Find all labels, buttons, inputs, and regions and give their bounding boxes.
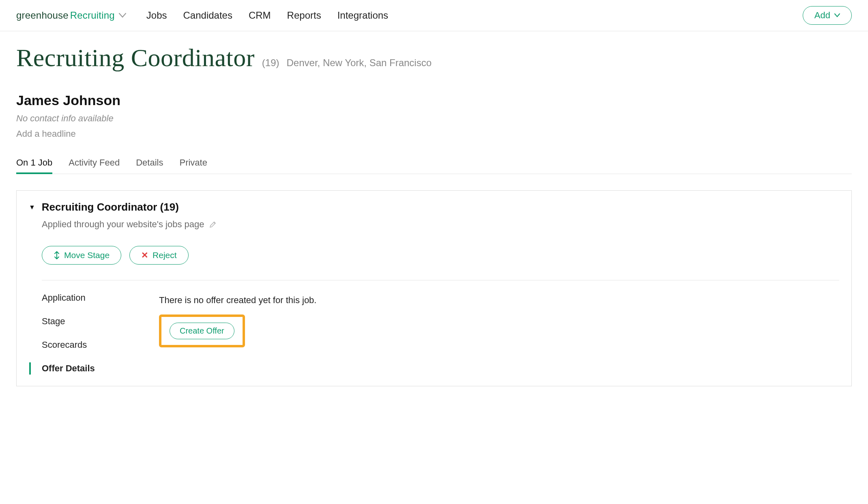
- job-panel-header[interactable]: ▼ Recruiting Coordinator (19): [29, 201, 839, 213]
- nav-items: Jobs Candidates CRM Reports Integrations: [146, 10, 388, 21]
- side-stage[interactable]: Stage: [42, 316, 118, 327]
- nav-candidates[interactable]: Candidates: [183, 10, 232, 21]
- page-count: (19): [262, 57, 279, 69]
- x-icon: ✕: [141, 250, 148, 260]
- create-offer-highlight: Create Offer: [159, 314, 245, 347]
- action-row: Move Stage ✕ Reject: [42, 246, 839, 280]
- add-label: Add: [814, 10, 830, 21]
- caret-down-icon[interactable]: ▼: [29, 204, 35, 211]
- nav-crm[interactable]: CRM: [249, 10, 271, 21]
- top-nav: greenhouse Recruiting Jobs Candidates CR…: [0, 0, 868, 31]
- brand-chevron-down-icon[interactable]: [119, 13, 126, 18]
- brand-recruiting: Recruiting: [69, 10, 115, 21]
- page-locations: Denver, New York, San Francisco: [287, 57, 432, 69]
- nav-integrations[interactable]: Integrations: [337, 10, 388, 21]
- applied-text: Applied through your website's jobs page: [42, 219, 204, 230]
- candidate-name: James Johnson: [16, 93, 852, 108]
- brand[interactable]: greenhouse Recruiting: [16, 10, 126, 21]
- tab-details[interactable]: Details: [136, 157, 163, 174]
- pencil-icon[interactable]: [209, 220, 217, 228]
- no-offer-text: There is no offer created yet for this j…: [159, 295, 839, 306]
- candidate-block: James Johnson No contact info available …: [16, 93, 852, 174]
- tab-on-job[interactable]: On 1 Job: [16, 157, 52, 174]
- candidate-tabs: On 1 Job Activity Feed Details Private: [16, 157, 852, 174]
- nav-reports[interactable]: Reports: [287, 10, 321, 21]
- chevron-down-icon: [834, 13, 840, 17]
- move-stage-icon: [54, 251, 60, 260]
- reject-button[interactable]: ✕ Reject: [129, 246, 189, 265]
- panel-body: Application Stage Scorecards Offer Detai…: [29, 293, 839, 374]
- add-headline-link[interactable]: Add a headline: [16, 129, 852, 139]
- job-panel: ▼ Recruiting Coordinator (19) Applied th…: [16, 190, 852, 386]
- create-offer-button[interactable]: Create Offer: [170, 323, 234, 339]
- side-list: Application Stage Scorecards Offer Detai…: [29, 293, 118, 374]
- reject-label: Reject: [153, 250, 177, 260]
- move-stage-label: Move Stage: [64, 250, 110, 260]
- move-stage-button[interactable]: Move Stage: [42, 246, 121, 265]
- side-application[interactable]: Application: [42, 293, 118, 303]
- brand-greenhouse: greenhouse: [16, 10, 69, 21]
- side-scorecards[interactable]: Scorecards: [42, 340, 118, 350]
- nav-jobs[interactable]: Jobs: [146, 10, 167, 21]
- page-title-row: Recruiting Coordinator (19) Denver, New …: [16, 43, 852, 72]
- applied-through: Applied through your website's jobs page: [42, 219, 839, 230]
- main-column: There is no offer created yet for this j…: [159, 293, 839, 374]
- side-offer-details[interactable]: Offer Details: [42, 363, 118, 374]
- tab-private[interactable]: Private: [179, 157, 207, 174]
- no-contact-text: No contact info available: [16, 113, 852, 124]
- page-title: Recruiting Coordinator: [16, 43, 255, 72]
- add-button[interactable]: Add: [803, 6, 852, 25]
- panel-job-title: Recruiting Coordinator (19): [42, 201, 179, 213]
- tab-activity-feed[interactable]: Activity Feed: [69, 157, 120, 174]
